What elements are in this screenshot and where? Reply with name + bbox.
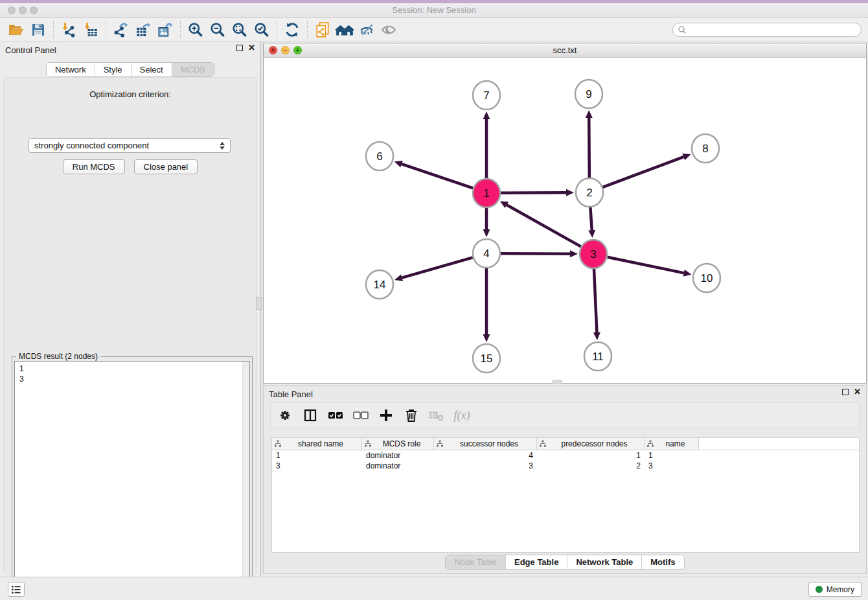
graph-edge-4-14[interactable] <box>402 257 473 277</box>
float-table-panel-icon[interactable] <box>842 389 849 395</box>
float-panel-icon[interactable] <box>236 45 243 51</box>
run-mcds-button[interactable]: Run MCDS <box>63 159 125 174</box>
titlebar-accent <box>0 0 868 3</box>
table-cell[interactable]: 3 <box>272 461 362 471</box>
main-toolbar <box>0 18 868 41</box>
table-cell[interactable]: 2 <box>537 461 645 471</box>
mcds-result-box: MCDS result (2 nodes) 13 <box>12 356 253 600</box>
table-cell[interactable]: dominator <box>362 461 434 471</box>
graph-edge-3-1[interactable] <box>507 205 581 246</box>
app-title: Session: New Session <box>0 5 868 15</box>
tab-style[interactable]: Style <box>95 63 131 76</box>
hide-selected-icon[interactable] <box>356 20 378 40</box>
gear-icon[interactable] <box>277 408 293 423</box>
graph-edge-3-10[interactable] <box>608 257 684 273</box>
zoom-fit-icon[interactable] <box>229 20 251 40</box>
column-header-MCDS-role[interactable]: MCDS role <box>362 438 434 450</box>
import-table-icon[interactable] <box>80 20 102 40</box>
table-cell[interactable]: 3 <box>434 461 537 471</box>
graph-svg: 7968124314101511 <box>264 58 866 383</box>
column-header-name[interactable]: name <box>645 438 699 450</box>
column-header-predecessor-nodes[interactable]: predecessor nodes <box>537 438 645 450</box>
node-table[interactable]: shared nameMCDS rolesuccessor nodesprede… <box>271 437 860 553</box>
criterion-dropdown[interactable]: strongly connected component <box>29 138 231 153</box>
select-all-icon[interactable] <box>328 408 343 423</box>
save-session-icon[interactable] <box>27 20 49 40</box>
search-icon <box>678 25 687 34</box>
delete-icon[interactable] <box>404 408 419 423</box>
toolbar-separator <box>53 21 54 38</box>
open-file-icon[interactable] <box>5 20 27 40</box>
table-row[interactable]: 3dominator323 <box>272 461 859 471</box>
add-icon[interactable] <box>378 408 394 423</box>
tab-mcds[interactable]: MCDS <box>172 63 214 76</box>
table-cell[interactable]: 4 <box>434 450 537 461</box>
search-input[interactable] <box>687 25 861 34</box>
tab-network-table[interactable]: Network Table <box>567 555 642 569</box>
table-cell[interactable]: 1 <box>537 450 645 461</box>
zoom-out-icon[interactable] <box>207 20 229 40</box>
node-label-4: 4 <box>483 248 489 260</box>
column-header-filler <box>699 438 859 450</box>
edge-arrowhead <box>588 230 595 238</box>
tab-edge-table[interactable]: Edge Table <box>506 555 567 569</box>
splitter-handle[interactable] <box>256 297 262 310</box>
tab-select[interactable]: Select <box>131 63 172 76</box>
toolbar-separator <box>307 21 308 38</box>
mcds-result-list[interactable]: 13 <box>14 361 250 600</box>
table-tabs: Node TableEdge TableNetwork TableMotifs <box>445 555 684 570</box>
tab-node-table[interactable]: Node Table <box>446 555 506 569</box>
graph-edge-3-11[interactable] <box>594 269 597 332</box>
close-table-panel-icon[interactable]: ✕ <box>854 389 861 395</box>
clone-network-icon[interactable] <box>312 20 334 40</box>
search-box[interactable] <box>672 23 862 37</box>
list-icon <box>11 585 21 594</box>
control-panel-title: Control Panel <box>5 45 56 55</box>
network-canvas[interactable]: 7968124314101511 <box>264 58 866 383</box>
column-header-shared-name[interactable]: shared name <box>272 438 362 450</box>
table-cell[interactable]: 1 <box>645 450 699 461</box>
graph-edge-2-9[interactable] <box>589 118 589 178</box>
edge-arrowhead <box>570 250 578 257</box>
edge-arrowhead <box>394 274 403 281</box>
node-label-3: 3 <box>590 248 596 260</box>
graph-edge-2-8[interactable] <box>603 157 684 187</box>
node-label-11: 11 <box>592 351 604 363</box>
table-cell[interactable]: 1 <box>272 450 362 461</box>
node-label-9: 9 <box>586 88 591 100</box>
close-panel-button[interactable]: Close panel <box>134 159 198 174</box>
export-image-icon[interactable] <box>154 20 176 40</box>
tab-motifs[interactable]: Motifs <box>642 555 683 569</box>
import-network-icon[interactable] <box>58 20 80 40</box>
export-network-icon[interactable] <box>110 20 132 40</box>
table-cell[interactable]: 3 <box>645 461 699 471</box>
close-panel-icon[interactable]: ✕ <box>248 45 255 51</box>
network-window-titlebar[interactable]: × − + scc.txt <box>264 43 866 58</box>
horizontal-splitter-handle[interactable] <box>553 380 562 384</box>
zoom-in-icon[interactable] <box>185 20 207 40</box>
task-history-button[interactable] <box>8 582 25 597</box>
edge-arrowhead <box>483 334 490 342</box>
refresh-icon[interactable] <box>281 20 303 40</box>
column-sort-icon <box>436 440 444 448</box>
column-sort-icon <box>364 440 372 448</box>
export-table-icon[interactable] <box>132 20 154 40</box>
graph-edge-1-2[interactable] <box>501 192 566 193</box>
table-row[interactable]: 1dominator411 <box>272 450 859 461</box>
app-titlebar: Session: New Session <box>0 0 868 18</box>
first-neighbors-icon[interactable] <box>334 20 356 40</box>
toolbar-separator <box>277 21 277 38</box>
deselect-all-icon[interactable] <box>353 408 369 423</box>
control-panel: Control Panel ✕ NetworkStyleSelectMCDS O… <box>0 41 260 577</box>
graph-edge-1-6[interactable] <box>402 164 473 188</box>
graph-edge-2-3[interactable] <box>590 207 591 230</box>
tab-network[interactable]: Network <box>47 63 95 76</box>
result-scrollbar[interactable] <box>242 362 249 600</box>
zoom-selected-icon[interactable] <box>251 20 273 40</box>
graph-edge-4-3[interactable] <box>501 253 570 254</box>
column-sort-icon <box>646 440 654 448</box>
memory-button[interactable]: Memory <box>808 582 862 597</box>
table-cell[interactable]: dominator <box>362 450 434 461</box>
split-pane-icon[interactable] <box>303 408 318 423</box>
column-header-successor-nodes[interactable]: successor nodes <box>434 438 537 450</box>
